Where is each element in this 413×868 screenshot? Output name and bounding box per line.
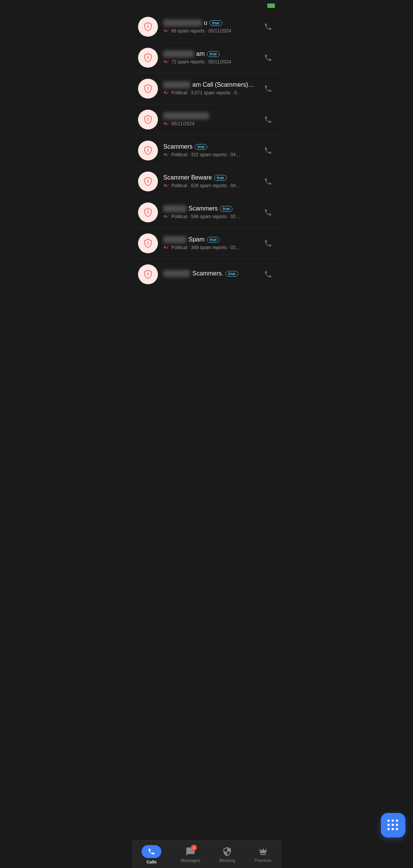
call-name-row: Scammerstrue bbox=[163, 143, 256, 150]
call-item[interactable]: Spamtrue Political · 369 spam reports · … bbox=[132, 228, 281, 259]
call-item[interactable]: Scammerstrue Political · 322 spam report… bbox=[132, 135, 281, 166]
call-avatar bbox=[138, 202, 158, 222]
svg-point-6 bbox=[148, 120, 149, 121]
svg-rect-7 bbox=[148, 118, 148, 120]
missed-call-icon bbox=[163, 214, 169, 220]
redacted-name bbox=[163, 205, 186, 212]
call-item[interactable]: 05/11/2024 bbox=[132, 104, 281, 135]
missed-call-icon bbox=[163, 183, 169, 189]
shield-alert-icon bbox=[143, 84, 153, 94]
call-name-text: am bbox=[196, 50, 205, 57]
call-action-icon bbox=[264, 177, 272, 186]
svg-rect-9 bbox=[148, 149, 148, 151]
svg-point-12 bbox=[148, 212, 149, 214]
svg-rect-3 bbox=[148, 56, 148, 58]
call-item[interactable]: utrue 66 spam reports · 05/11/2024 bbox=[132, 11, 281, 42]
call-name-text: Scammer Beware bbox=[163, 174, 212, 181]
call-action-icon bbox=[264, 23, 272, 31]
call-meta-text: Political · 369 spam reports · 02… bbox=[171, 245, 240, 250]
call-action-icon bbox=[264, 53, 272, 62]
call-name-row: Scammers.true bbox=[163, 270, 256, 277]
call-action-icon bbox=[264, 84, 272, 93]
missed-call-icon bbox=[163, 245, 169, 251]
redacted-name bbox=[163, 236, 186, 243]
call-action-button[interactable] bbox=[261, 267, 275, 281]
call-name-row: am Call (Scammers)… bbox=[163, 81, 256, 88]
missed-call-indicator bbox=[163, 245, 169, 251]
call-avatar bbox=[138, 172, 158, 191]
shield-alert-icon bbox=[143, 207, 153, 217]
redacted-name bbox=[163, 270, 190, 277]
call-info: Scammerstrue Political · 322 spam report… bbox=[163, 143, 256, 158]
call-name-row: Scammer Bewaretrue bbox=[163, 174, 256, 181]
svg-point-0 bbox=[148, 27, 149, 28]
call-item[interactable]: Scammers.true bbox=[132, 259, 281, 290]
call-info: 05/11/2024 bbox=[163, 112, 256, 127]
call-name-text: Scammers bbox=[189, 205, 218, 212]
call-meta-text: Political · 596 spam reports · 02… bbox=[171, 214, 240, 219]
missed-call-indicator bbox=[163, 90, 169, 96]
call-name-row: utrue bbox=[163, 19, 256, 26]
call-action-button[interactable] bbox=[261, 144, 275, 157]
verified-badge: true bbox=[226, 271, 238, 277]
verified-badge: true bbox=[210, 20, 222, 26]
call-item[interactable]: am Call (Scammers)… Political · 3,071 sp… bbox=[132, 73, 281, 104]
verified-badge: true bbox=[207, 237, 220, 243]
signal-icon bbox=[267, 3, 275, 8]
call-avatar bbox=[138, 233, 158, 253]
call-avatar bbox=[138, 17, 158, 37]
call-action-icon bbox=[264, 208, 272, 217]
call-item[interactable]: Scammer Bewaretrue Political · 626 spam … bbox=[132, 166, 281, 197]
call-action-button[interactable] bbox=[261, 206, 275, 219]
call-name-text: Spam bbox=[189, 236, 205, 243]
call-name-row: Scammerstrue bbox=[163, 205, 256, 212]
missed-call-icon bbox=[163, 121, 169, 127]
missed-call-indicator bbox=[163, 214, 169, 220]
call-meta-text: Political · 3,071 spam reports · 0… bbox=[171, 90, 241, 96]
call-action-button[interactable] bbox=[261, 82, 275, 96]
missed-call-icon bbox=[163, 152, 169, 158]
call-item[interactable]: amtrue 72 spam reports · 05/11/2024 bbox=[132, 42, 281, 73]
call-meta-text: Political · 626 spam reports · 04… bbox=[171, 183, 240, 188]
call-info: Scammer Bewaretrue Political · 626 spam … bbox=[163, 174, 256, 189]
shield-alert-icon bbox=[143, 22, 153, 32]
shield-alert-icon bbox=[143, 269, 153, 279]
shield-alert-icon bbox=[143, 53, 153, 63]
call-meta: 72 spam reports · 05/11/2024 bbox=[163, 59, 256, 65]
call-meta-text: 72 spam reports · 05/11/2024 bbox=[171, 59, 231, 65]
call-action-button[interactable] bbox=[261, 113, 275, 126]
call-info: Scammerstrue Political · 596 spam report… bbox=[163, 205, 256, 220]
call-action-button[interactable] bbox=[261, 175, 275, 188]
call-action-icon bbox=[264, 239, 272, 248]
call-info: amtrue 72 spam reports · 05/11/2024 bbox=[163, 50, 256, 65]
call-meta: Political · 3,071 spam reports · 0… bbox=[163, 90, 256, 96]
missed-call-indicator bbox=[163, 121, 169, 127]
missed-call-indicator bbox=[163, 183, 169, 189]
redacted-name bbox=[163, 50, 194, 57]
call-name-row bbox=[163, 112, 256, 119]
svg-point-4 bbox=[148, 89, 149, 90]
status-bar bbox=[132, 0, 281, 11]
call-action-icon bbox=[264, 270, 272, 279]
svg-rect-5 bbox=[148, 87, 148, 89]
call-avatar bbox=[138, 141, 158, 160]
call-info: am Call (Scammers)… Political · 3,071 sp… bbox=[163, 81, 256, 96]
call-info: Scammers.true bbox=[163, 270, 256, 279]
call-avatar bbox=[138, 79, 158, 99]
call-meta: 05/11/2024 bbox=[163, 121, 256, 127]
svg-point-2 bbox=[148, 58, 149, 59]
svg-rect-17 bbox=[148, 272, 148, 274]
call-meta: Political · 369 spam reports · 02… bbox=[163, 245, 256, 251]
call-name-text: Scammers. bbox=[192, 270, 223, 277]
shield-alert-icon bbox=[143, 115, 153, 125]
call-item[interactable]: Scammerstrue Political · 596 spam report… bbox=[132, 197, 281, 228]
missed-call-indicator bbox=[163, 59, 169, 65]
call-action-button[interactable] bbox=[261, 51, 275, 65]
call-action-button[interactable] bbox=[261, 20, 275, 34]
svg-point-14 bbox=[148, 243, 149, 245]
missed-call-indicator bbox=[163, 28, 169, 34]
svg-rect-1 bbox=[148, 25, 148, 27]
call-meta-text: 66 spam reports · 05/11/2024 bbox=[171, 28, 231, 34]
call-action-button[interactable] bbox=[261, 236, 275, 250]
redacted-name bbox=[163, 81, 190, 88]
